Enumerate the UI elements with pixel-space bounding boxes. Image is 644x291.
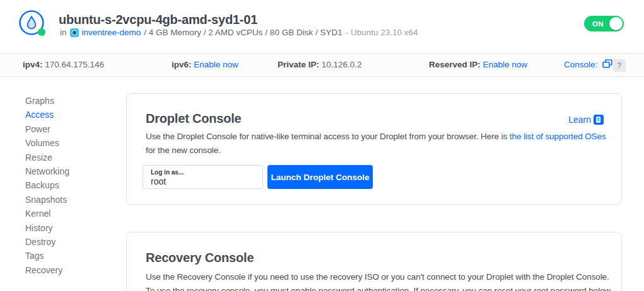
ipv6-info: ipv6: Enable now	[172, 54, 238, 76]
network-info-bar: ipv4: 170.64.175.146 ipv6: Enable now Pr…	[0, 53, 644, 77]
sidebar-item-access[interactable]: Access	[25, 108, 69, 122]
ipv4-info: ipv4: 170.64.175.146	[23, 54, 104, 76]
sidebar-item-volumes[interactable]: Volumes	[25, 136, 69, 150]
sidebar-item-history[interactable]: History	[25, 221, 69, 235]
sidebar-item-networking[interactable]: Networking	[25, 164, 69, 178]
learn-label: Learn	[568, 115, 591, 125]
sidebar-item-resize[interactable]: Resize	[25, 151, 69, 164]
launch-droplet-console-button[interactable]: Launch Droplet Console	[267, 165, 373, 189]
ipv4-value: 170.64.175.146	[45, 60, 104, 69]
droplet-meta: in inventree-demo / 4 GB Memory / 2 AMD …	[60, 28, 418, 37]
console-link[interactable]: Console:	[564, 60, 597, 69]
droplet-page: ubuntu-s-2vcpu-4gb-amd-syd1-01 in invent…	[0, 0, 644, 291]
sidebar-item-tags[interactable]: Tags	[25, 249, 69, 263]
reserved-ip-label: Reserved IP:	[429, 60, 481, 69]
private-ip-info: Private IP: 10.126.0.2	[278, 54, 362, 76]
recovery-console-description: Use the Recovery Console if you need to …	[146, 270, 616, 291]
private-ip-label: Private IP:	[278, 60, 319, 69]
recovery-console-title: Recovery Console	[146, 251, 254, 265]
reserved-ip-info: Reserved IP: Enable now	[429, 54, 527, 76]
login-as-field[interactable]: Log in as...	[143, 165, 263, 189]
status-online-dot	[38, 28, 45, 36]
sidebar-item-graphs[interactable]: Graphs	[25, 94, 69, 108]
droplet-console-description: Use the Droplet Console for native-like …	[146, 130, 607, 158]
login-as-label: Log in as...	[151, 169, 184, 176]
sidebar-item-snapshots[interactable]: Snapshots	[25, 193, 69, 207]
console-launcher[interactable]: Console:	[564, 54, 612, 76]
ipv4-label: ipv4:	[23, 60, 43, 69]
login-as-input[interactable]	[151, 176, 255, 186]
learn-link[interactable]: Learn	[568, 115, 604, 125]
supported-oses-link[interactable]: the list of supported OSes	[510, 132, 606, 141]
ipv6-enable-link[interactable]: Enable now	[194, 60, 238, 69]
sidebar-item-recovery[interactable]: Recovery	[25, 263, 69, 277]
reserved-ip-enable-link[interactable]: Enable now	[483, 60, 528, 69]
project-link[interactable]: inventree-demo	[82, 28, 141, 37]
console-window-icon[interactable]	[602, 59, 612, 69]
recovery-console-card: Recovery Console Use the Recovery Consol…	[126, 232, 622, 291]
sidebar-item-destroy[interactable]: Destroy	[25, 235, 69, 249]
page-title: ubuntu-s-2vcpu-4gb-amd-syd1-01	[59, 13, 257, 27]
sidebar-nav: Graphs Access Power Volumes Resize Netwo…	[25, 94, 69, 277]
sidebar-item-kernel[interactable]: Kernel	[25, 207, 69, 220]
private-ip-value: 10.126.0.2	[322, 60, 362, 69]
droplet-console-card: Droplet Console Learn Use the Droplet Co…	[126, 93, 622, 205]
learn-doc-icon	[594, 115, 604, 125]
power-toggle[interactable]: ON	[584, 16, 624, 31]
ipv6-label: ipv6:	[172, 60, 192, 69]
toggle-knob	[609, 17, 623, 30]
help-button[interactable]: ?	[613, 59, 626, 72]
power-toggle-label: ON	[592, 20, 604, 28]
droplet-os: - Ubuntu 23.10 x64	[346, 28, 418, 37]
project-icon	[70, 28, 79, 37]
sidebar-item-backups[interactable]: Backups	[25, 178, 69, 192]
in-label: in	[60, 28, 67, 37]
droplet-console-title: Droplet Console	[146, 111, 241, 126]
droplet-specs: / 4 GB Memory / 2 AMD vCPUs / 80 GB Disk…	[144, 28, 342, 37]
sidebar-item-power[interactable]: Power	[25, 122, 69, 136]
droplet-icon	[19, 10, 44, 35]
